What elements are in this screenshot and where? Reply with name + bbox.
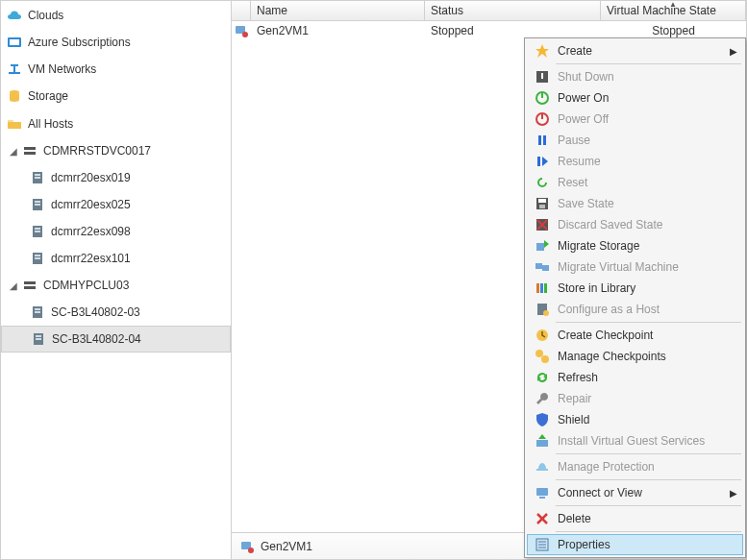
svg-point-2 [10, 90, 19, 94]
svg-rect-23 [36, 335, 41, 337]
vm-icon [239, 539, 255, 554]
host-icon [30, 224, 45, 239]
cluster-cdmhypclu03[interactable]: ◢ CDMHYPCLU03 [1, 272, 231, 299]
host-label: SC-B3L40802-03 [51, 305, 140, 319]
nav-vmnetworks[interactable]: VM Networks [1, 56, 231, 83]
menu-resume: Resume [527, 151, 743, 172]
svg-rect-6 [35, 174, 40, 176]
nav-storage-label: Storage [28, 89, 68, 103]
vm-status: Stopped [425, 24, 601, 37]
host-sc-b3l40802-04[interactable]: SC-B3L40802-04 [1, 326, 231, 353]
menu-label: Configure as a Host [554, 303, 739, 316]
vmnetworks-icon [7, 61, 22, 77]
menu-label: Discard Saved State [554, 218, 739, 231]
vm-icon [232, 23, 251, 38]
host-label: dcmrr20esx025 [51, 198, 131, 211]
svg-marker-29 [535, 44, 549, 58]
host-label: dcmrr22esx098 [51, 225, 131, 238]
menu-label: Install Virtual Guest Services [554, 434, 739, 448]
menu-label: Create Checkpoint [554, 329, 739, 342]
svg-rect-42 [539, 205, 545, 208]
delete-icon [531, 511, 554, 526]
sort-asc-icon: ▲ [669, 0, 677, 9]
host-sc-b3l40802-03[interactable]: SC-B3L40802-03 [1, 299, 231, 326]
menu-power-on[interactable]: Power On [527, 87, 743, 109]
discard-icon [531, 217, 554, 232]
expander-icon[interactable]: ◢ [7, 280, 20, 291]
submenu-arrow-icon: ▶ [730, 46, 739, 57]
column-status[interactable]: Status [425, 1, 601, 20]
svg-rect-52 [544, 283, 547, 293]
menu-label: Delete [554, 512, 739, 525]
properties-icon [531, 537, 554, 552]
menu-reset: Reset [527, 172, 743, 193]
menu-properties[interactable]: Properties [527, 534, 743, 555]
menu-migrate-storage[interactable]: Migrate Storage [527, 235, 743, 256]
nav-storage[interactable]: Storage [1, 83, 231, 110]
svg-rect-3 [24, 147, 36, 150]
svg-rect-60 [536, 469, 548, 471]
library-icon [531, 280, 554, 296]
svg-rect-4 [24, 152, 36, 155]
app-root: Clouds Azure Subscriptions VM Networks S… [0, 0, 747, 560]
refresh-icon [531, 370, 554, 385]
protection-icon [531, 459, 554, 475]
pause-icon [531, 133, 554, 148]
cluster-cdmrrstdvc0017[interactable]: ◢ CDMRRSTDVC0017 [1, 137, 231, 164]
menu-connect-or-view[interactable]: Connect or View▶ [527, 482, 743, 503]
menu-label: Manage Checkpoints [554, 350, 739, 363]
svg-rect-36 [538, 135, 541, 145]
expander-icon[interactable]: ◢ [7, 146, 20, 157]
host-dcmrr20esx025[interactable]: dcmrr20esx025 [1, 191, 231, 218]
vm-name: Gen2VM1 [251, 24, 425, 37]
host-dcmrr22esx101[interactable]: dcmrr22esx101 [1, 245, 231, 272]
svg-rect-62 [539, 497, 545, 499]
menu-store-in-library[interactable]: Store in Library [527, 278, 743, 299]
folder-icon [7, 116, 22, 132]
menu-label: Repair [554, 392, 739, 405]
menu-refresh[interactable]: Refresh [527, 367, 743, 388]
column-gutter[interactable] [232, 1, 251, 20]
svg-rect-13 [35, 231, 40, 232]
host-dcmrr22esx098[interactable]: dcmrr22esx098 [1, 218, 231, 245]
nav-all-hosts[interactable]: All Hosts [1, 110, 231, 137]
column-name[interactable]: Name [251, 1, 425, 20]
resume-icon [531, 154, 554, 169]
svg-rect-17 [24, 281, 36, 284]
svg-rect-41 [538, 199, 546, 203]
host-label: dcmrr20esx019 [51, 171, 131, 184]
menu-create-checkpoint[interactable]: Create Checkpoint [527, 325, 743, 346]
svg-marker-59 [538, 434, 546, 439]
column-vmstate[interactable]: ▲ Virtual Machine State [601, 1, 746, 20]
shutdown-icon [531, 69, 554, 85]
statusbar-vm-name: Gen2VM1 [261, 540, 312, 553]
svg-rect-1 [10, 39, 19, 45]
menu-migrate-virtual-machine: Migrate Virtual Machine [527, 256, 743, 278]
nav-azure-label: Azure Subscriptions [28, 36, 131, 49]
svg-rect-9 [35, 201, 40, 203]
menu-delete[interactable]: Delete [527, 508, 743, 529]
menu-label: Refresh [554, 371, 739, 384]
nav-clouds[interactable]: Clouds [1, 2, 231, 29]
svg-rect-38 [537, 157, 540, 166]
svg-rect-24 [36, 338, 41, 340]
host-dcmrr20esx019[interactable]: dcmrr20esx019 [1, 164, 231, 191]
menu-discard-saved-state: Discard Saved State [527, 214, 743, 235]
checkpoint-icon [531, 328, 554, 343]
menu-manage-checkpoints[interactable]: Manage Checkpoints [527, 346, 743, 367]
column-status-label: Status [431, 4, 463, 17]
menu-separator [556, 63, 741, 64]
menu-create[interactable]: Create▶ [527, 40, 743, 61]
menu-configure-as-a-host: Configure as a Host [527, 299, 743, 320]
reset-icon [531, 175, 554, 190]
repair-icon [531, 391, 554, 406]
menu-separator [556, 322, 741, 323]
menu-shield[interactable]: Shield [527, 409, 743, 430]
menu-separator [556, 479, 741, 480]
context-menu: Create▶Shut DownPower OnPower OffPauseRe… [524, 37, 746, 558]
menu-label: Migrate Storage [554, 239, 739, 253]
create-icon [531, 43, 554, 59]
svg-point-56 [535, 350, 543, 357]
nav-azure[interactable]: Azure Subscriptions [1, 29, 231, 56]
cfgashost-icon [531, 302, 554, 317]
